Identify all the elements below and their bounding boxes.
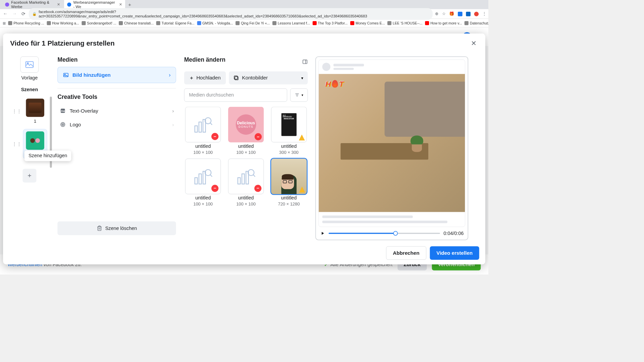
gift-icon[interactable]: 🎁 <box>449 11 454 16</box>
collapse-panel-button[interactable] <box>302 59 308 65</box>
bookmarks-bar: ⊞ Phone Recycling ... How Working a... S… <box>0 19 488 27</box>
close-icon[interactable]: ✕ <box>119 3 122 7</box>
progress-bar[interactable] <box>329 233 440 234</box>
minus-badge-icon: − <box>254 185 261 192</box>
bookmark-item[interactable]: LEE 'S HOUSE--... <box>387 21 423 25</box>
bookmark-item[interactable]: Sonderangebot! ... <box>82 21 116 25</box>
add-image-label: Bild hinzufügen <box>72 72 111 78</box>
ext-icon[interactable] <box>474 12 479 16</box>
chart-placeholder-icon <box>193 168 213 185</box>
fb-ext-icon[interactable] <box>458 12 463 16</box>
flame-icon <box>332 80 338 88</box>
preview-panel: HT 0:04/0:06 <box>313 54 469 243</box>
media-name: untitled <box>238 143 254 149</box>
media-item[interactable]: DeliciousDONUTS − untitled 100 × 100 <box>227 107 265 155</box>
svg-point-1 <box>27 63 29 64</box>
time-display: 0:04/0:06 <box>443 231 464 236</box>
svg-rect-13 <box>199 122 202 132</box>
url-input[interactable]: 🔒 facebook.com/adsmanager/manage/ads/edi… <box>29 8 433 20</box>
account-images-label: Kontobilder <box>242 75 268 81</box>
scenes-heading: Szenen <box>21 87 38 93</box>
bookmark-item[interactable]: Datenschutz – Re... <box>465 21 488 25</box>
media-item[interactable]: − untitled 100 × 100 <box>184 159 222 207</box>
progress-handle[interactable] <box>393 231 398 236</box>
create-video-button[interactable]: Video erstellen <box>430 246 479 260</box>
media-heading: Medien <box>57 56 176 63</box>
template-button[interactable] <box>20 56 39 73</box>
divider <box>57 88 176 88</box>
add-image-button[interactable]: Bild hinzufügen › <box>57 67 176 83</box>
scene-item[interactable]: ⋮⋮ 1 <box>12 97 47 126</box>
bookmark-item[interactable]: Money Comes E... <box>350 21 385 25</box>
filter-button[interactable]: ▾ <box>290 88 308 102</box>
cancel-button[interactable]: Abbrechen <box>386 246 426 260</box>
template-icon <box>24 59 35 69</box>
hot-sticker: HT <box>323 78 346 90</box>
drag-handle-icon[interactable]: ⋮⋮ <box>12 141 21 147</box>
chevron-down-icon: ▾ <box>302 93 303 97</box>
preview-frame: HT 0:04/0:06 <box>315 56 468 240</box>
text-placeholder <box>333 68 354 70</box>
close-icon[interactable]: ✕ <box>57 3 60 7</box>
star-icon[interactable]: ☆ <box>442 11 446 16</box>
play-button[interactable] <box>320 231 325 236</box>
upload-button[interactable]: Hochladen <box>184 71 226 84</box>
close-button[interactable]: ✕ <box>469 39 478 48</box>
bookmark-item[interactable]: How to get more v... <box>425 21 462 25</box>
browser-chrome: Facebook Marketing & Werbe ✕ Werbeanzeig… <box>0 0 488 27</box>
image-icon <box>63 72 69 78</box>
apps-icon[interactable]: ⊞ <box>3 21 6 25</box>
bookmark-item[interactable]: Chinese translati... <box>119 21 154 25</box>
media-item[interactable]: − untitled 100 × 100 <box>184 107 222 155</box>
tool-label: Logo <box>70 122 81 127</box>
modal-title: Video für 1 Platzierung erstellen <box>10 39 114 47</box>
template-label: Vorlage <box>21 75 38 81</box>
account-images-dropdown[interactable]: Kontobilder ▾ <box>229 71 308 84</box>
progress-fill <box>329 233 395 234</box>
delete-scene-label: Szene löschen <box>105 226 137 231</box>
scene-thumbnail[interactable] <box>26 131 44 150</box>
bookmark-item[interactable]: The Top 3 Platfor... <box>313 21 348 25</box>
delete-scene-button[interactable]: Szene löschen <box>57 221 176 235</box>
chart-placeholder-icon <box>236 168 256 185</box>
creative-tools-heading: Creative Tools <box>57 94 176 100</box>
new-tab-button[interactable]: + <box>126 2 133 7</box>
svg-rect-9 <box>303 60 307 63</box>
media-item[interactable]: ALS IMMOBILIENINVESTOR untitled 300 × 30… <box>270 107 308 155</box>
reload-icon[interactable]: ⟳ <box>20 11 26 17</box>
menu-icon[interactable]: ⋮ <box>482 11 486 16</box>
tool-logo[interactable]: Logo › <box>57 118 176 131</box>
tab-title: Facebook Marketing & Werbe <box>11 0 55 9</box>
target-icon <box>59 121 66 128</box>
bookmark-item[interactable]: How Working a... <box>47 21 79 25</box>
tab-bar: Facebook Marketing & Werbe ✕ Werbeanzeig… <box>0 0 488 9</box>
back-icon[interactable]: ← <box>2 11 9 16</box>
media-dimensions: 100 × 100 <box>236 150 256 155</box>
trash-icon <box>97 226 102 231</box>
chevron-right-icon: › <box>172 108 174 114</box>
donut-text: Delicious <box>237 121 255 125</box>
filter-icon <box>294 93 300 98</box>
media-search-input[interactable]: Medien durchsuchen <box>184 88 287 102</box>
minus-badge-icon: − <box>255 133 262 140</box>
tool-text-overlay[interactable]: Aa Text-Overlay › <box>57 104 176 118</box>
text-placeholder <box>333 64 364 66</box>
zoom-icon[interactable]: ⊕ <box>435 11 438 16</box>
images-icon <box>233 75 239 81</box>
bookmark-item[interactable]: GMSN. - Vologda... <box>197 21 233 25</box>
media-name: untitled <box>195 195 211 201</box>
forward-icon[interactable]: → <box>11 11 18 16</box>
media-name: untitled <box>238 195 254 201</box>
ext-icon[interactable] <box>466 12 471 16</box>
tab-favicon-icon <box>5 3 9 7</box>
bookmark-item[interactable]: Tutorial: Eigene Fa... <box>156 21 195 25</box>
bookmark-item[interactable]: Qing Fei De Yi «... <box>235 21 270 25</box>
chevron-down-icon: ▾ <box>301 75 303 80</box>
bookmark-item[interactable]: Phone Recycling ... <box>8 21 44 25</box>
media-item[interactable]: untitled 720 × 1280 <box>270 159 308 207</box>
scene-thumbnail[interactable] <box>26 99 44 117</box>
media-item[interactable]: − untitled 100 × 100 <box>227 159 265 207</box>
bookmark-item[interactable]: Lessons Learned f... <box>272 21 310 25</box>
add-scene-button[interactable] <box>22 169 36 183</box>
drag-handle-icon[interactable]: ⋮⋮ <box>12 108 21 114</box>
